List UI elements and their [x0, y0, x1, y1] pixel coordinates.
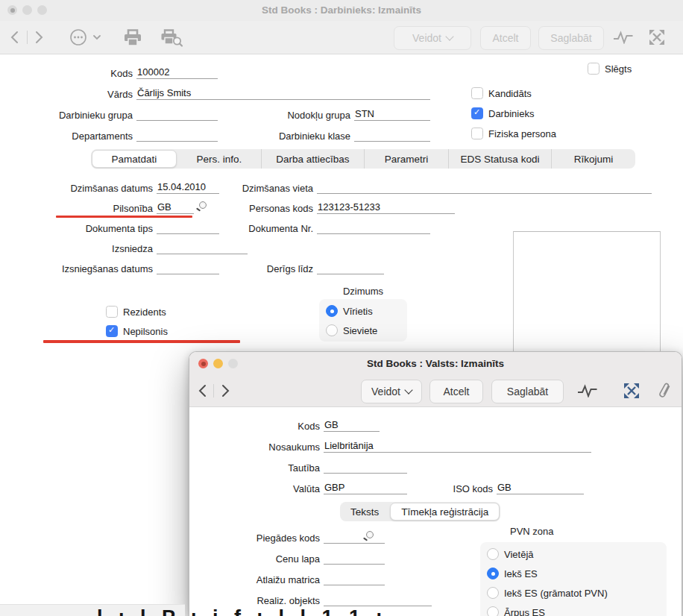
- checkbox-slegts[interactable]: Slēgts: [588, 63, 632, 75]
- tab-timekla-registracija[interactable]: Tīmekļa reģistrācija: [390, 503, 500, 521]
- radio-sieviete[interactable]: Sieviete: [319, 321, 407, 340]
- field-atlaizu-matrica-input[interactable]: [324, 572, 385, 585]
- radio-arpus-es[interactable]: Ārpus ES: [480, 603, 667, 616]
- field-izsniedza-input[interactable]: [157, 241, 248, 254]
- radio-ieks-es-button[interactable]: [487, 568, 499, 579]
- tab-darba-attiecibas[interactable]: Darba attiecības: [261, 149, 364, 169]
- field-pilsoniba-input[interactable]: GB: [157, 201, 194, 214]
- field-valsts-kods-input[interactable]: GB: [324, 418, 380, 432]
- expand-icon[interactable]: [647, 29, 667, 45]
- field-personas-kods-input[interactable]: 123123-51233: [317, 201, 455, 214]
- field-vards: Vārds Čārlijs Smits: [0, 87, 430, 100]
- activity-icon[interactable]: [577, 384, 598, 397]
- checkbox-rezidents-label: Rezidents: [123, 307, 166, 318]
- field-derigs-lidz-input[interactable]: [317, 261, 384, 274]
- field-kods-input[interactable]: 100002: [136, 66, 218, 79]
- saglabat-button[interactable]: Saglabāt: [491, 380, 564, 403]
- field-iso-kods-input[interactable]: GB: [497, 481, 584, 494]
- paste-special-magnifier-icon[interactable]: [364, 531, 374, 541]
- field-nosaukums-input[interactable]: Lielbritānija: [324, 439, 591, 453]
- field-valuta-label: Valūta: [189, 483, 324, 494]
- atcelt-button-label: Atcelt: [443, 386, 469, 397]
- veidot-button[interactable]: Veidot: [394, 26, 471, 50]
- field-dzimsanas-datums-label: Dzimšanas datums: [0, 183, 157, 194]
- tab-rikojumi[interactable]: Rīkojumi: [551, 149, 635, 169]
- checkbox-nepilsonis[interactable]: Nepilsonis: [106, 325, 168, 337]
- checkbox-rezidents-box[interactable]: [106, 306, 118, 318]
- paste-special-magnifier-icon[interactable]: [197, 201, 207, 212]
- field-izsniegsanas-datums-input[interactable]: [157, 261, 219, 274]
- saglabat-button[interactable]: Saglabāt: [538, 26, 604, 50]
- field-piegades-kods: Piegādes kods: [189, 530, 385, 544]
- activity-icon[interactable]: [613, 31, 634, 44]
- field-darbinieku-klase-input[interactable]: [354, 128, 430, 142]
- atcelt-button[interactable]: Atcelt: [480, 26, 531, 50]
- veidot-button[interactable]: Veidot: [361, 380, 422, 403]
- field-personas-kods-label: Personas kods: [224, 203, 317, 214]
- forward-icon[interactable]: [219, 383, 231, 398]
- field-departaments-input[interactable]: [136, 128, 218, 142]
- field-vards-input[interactable]: Čārlijs Smits: [136, 87, 430, 100]
- field-realiz-objekts-label: Realiz. objekts: [189, 595, 324, 606]
- paperclip-icon[interactable]: [658, 382, 674, 400]
- checkbox-nepilsonis-box[interactable]: [106, 325, 118, 337]
- print-preview-icon[interactable]: [160, 28, 183, 48]
- atcelt-button[interactable]: Atcelt: [429, 380, 483, 403]
- operations-menu-icon[interactable]: [69, 28, 88, 47]
- checkbox-darbinieks[interactable]: Darbinieks: [471, 107, 534, 119]
- field-tautiba: Tautība: [189, 460, 407, 474]
- titlebar-valsts[interactable]: Std Books : Valsts: Izmainīts: [189, 352, 682, 375]
- field-kods-label: Kods: [0, 68, 136, 79]
- field-darbinieku-grupa: Darbinieku grupa: [0, 107, 218, 121]
- radio-vieteja[interactable]: Vietējā: [480, 544, 667, 564]
- checkbox-kandidats-box[interactable]: [471, 87, 483, 99]
- radio-sieviete-button[interactable]: [326, 324, 338, 336]
- field-dokumenta-tips-input[interactable]: [157, 221, 219, 234]
- checkbox-fiziska-persona[interactable]: Fiziska persona: [471, 128, 556, 139]
- field-realiz-objekts-input[interactable]: [324, 593, 432, 606]
- back-icon[interactable]: [9, 30, 21, 45]
- checkbox-rezidents[interactable]: Rezidents: [106, 306, 166, 318]
- radio-ieks-es-gramatot[interactable]: Iekš ES (grāmatot PVN): [480, 583, 667, 603]
- operations-menu-chevron-icon[interactable]: [92, 34, 101, 41]
- tab-pamatdati[interactable]: Pamatdati: [92, 150, 177, 168]
- checkbox-darbinieks-box[interactable]: [471, 107, 483, 119]
- radio-virietis[interactable]: Vīrietis: [319, 301, 407, 321]
- radio-ieks-es[interactable]: Iekš ES: [480, 564, 667, 583]
- field-kods: Kods 100002: [0, 66, 218, 79]
- tab-parametri[interactable]: Parametri: [364, 149, 448, 169]
- saglabat-button-label: Saglabāt: [550, 32, 591, 44]
- checkbox-kandidats[interactable]: Kandidāts: [471, 87, 532, 99]
- field-valuta-input[interactable]: GBP: [324, 481, 407, 494]
- field-dokumenta-tips: Dokumenta tips: [0, 221, 219, 234]
- forward-icon[interactable]: [33, 30, 45, 45]
- radio-vieteja-button[interactable]: [487, 548, 499, 560]
- tab-eds-statusa-kodi[interactable]: EDS Statusa kodi: [448, 149, 551, 169]
- field-dokumenta-nr-input[interactable]: [317, 221, 430, 234]
- field-tautiba-input[interactable]: [324, 460, 407, 474]
- field-dzimsanas-datums: Dzimšanas datums 15.04.2010: [0, 180, 219, 194]
- radio-ieks-es-gramatot-button[interactable]: [487, 587, 499, 599]
- field-cenu-lapa-input[interactable]: [324, 551, 385, 565]
- radio-sieviete-label: Sieviete: [343, 325, 377, 336]
- tab-pers-info[interactable]: Pers. info.: [177, 149, 261, 169]
- back-icon[interactable]: [197, 383, 209, 398]
- field-dzimsanas-datums-input[interactable]: 15.04.2010: [157, 180, 219, 194]
- field-izsniegsanas-datums-label: Izsniegšanas datums: [0, 263, 157, 274]
- toolbar-darbinieks: Veidot Atcelt Saglabāt: [0, 21, 683, 54]
- field-piegades-kods-input[interactable]: [324, 530, 385, 544]
- checkbox-fiziska-persona-box[interactable]: [471, 128, 483, 139]
- field-valuta: Valūta GBP: [189, 481, 407, 494]
- checkbox-slegts-box[interactable]: [588, 63, 599, 75]
- radio-virietis-button[interactable]: [326, 305, 338, 317]
- field-darbinieku-grupa-input[interactable]: [136, 107, 218, 121]
- field-dzimsanas-vieta-label: Dzimšanas vieta: [224, 183, 317, 194]
- print-icon[interactable]: [122, 28, 143, 47]
- expand-icon[interactable]: [622, 383, 641, 399]
- field-nodoklu-grupa-input[interactable]: STN: [354, 107, 430, 121]
- field-dzimsanas-vieta-input[interactable]: [317, 180, 652, 194]
- photo-placeholder[interactable]: [513, 231, 661, 353]
- tab-teksts[interactable]: Teksts: [340, 502, 389, 521]
- titlebar-darbinieks[interactable]: Std Books : Darbinieks: Izmainīts: [0, 0, 683, 21]
- radio-virietis-label: Vīrietis: [343, 306, 373, 317]
